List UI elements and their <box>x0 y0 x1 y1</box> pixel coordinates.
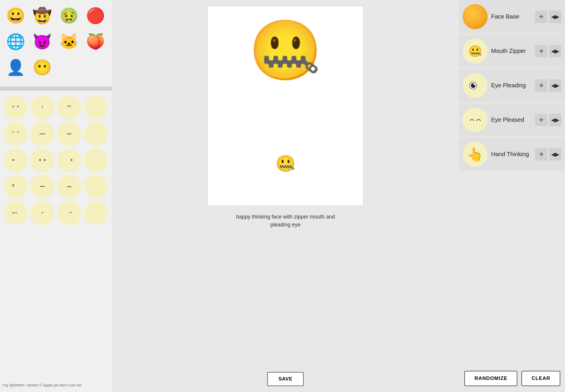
layer-item-mouth-zipper[interactable]: 🤐 Mouth Zipper ✛ ◀▶ <box>459 34 565 68</box>
face-grid <box>4 95 108 225</box>
emoji-grid-top: 😀 🤠 🤢 🔴 🌐 😈 🐱 🍑 👤 😶 <box>4 4 108 79</box>
layer-item-eye-pleading[interactable]: Eye Pleading ✛ ◀▶ <box>459 69 565 102</box>
face-cell-16[interactable] <box>84 175 108 199</box>
face-cell-15[interactable] <box>57 175 81 199</box>
face-cell-6[interactable] <box>30 122 54 146</box>
emoji-cell-cowboy[interactable]: 🤠 <box>30 4 54 28</box>
canvas-area: 🤐 🤐 <box>207 6 363 206</box>
face-cell-7[interactable] <box>57 122 81 146</box>
layer-label-hand-thinking: Hand Thinking <box>491 151 531 158</box>
footer-credit: t by @phlntn / assets © Apple pls don't … <box>2 383 82 387</box>
svg-point-7 <box>71 159 72 161</box>
face-cell-9[interactable] <box>4 148 28 172</box>
bottom-bar: SAVE <box>118 366 453 386</box>
layer-thumb-hand-thinking: 👆 <box>463 142 488 167</box>
layer-arrows-hand-thinking[interactable]: ◀▶ <box>549 148 561 161</box>
face-cell-5[interactable] <box>4 122 28 146</box>
description-line2: pleading eye <box>270 222 300 228</box>
emoji-cell-blob[interactable]: 😶 <box>30 55 54 79</box>
svg-point-9 <box>13 212 14 214</box>
layer-move-eye-pleading[interactable]: ✛ <box>535 79 547 92</box>
layer-move-hand-thinking[interactable]: ✛ <box>535 148 547 161</box>
svg-point-1 <box>17 106 19 107</box>
layer-move-mouth-zipper[interactable]: ✛ <box>535 45 547 57</box>
layer-controls-hand-thinking: ✛ ◀▶ <box>535 148 561 161</box>
left-panel: 😀 🤠 🤢 🔴 🌐 😈 🐱 🍑 👤 😶 <box>0 0 112 392</box>
face-cell-17[interactable] <box>4 201 28 225</box>
svg-rect-10 <box>41 212 43 213</box>
main-canvas: 🤐 🤐 happy thinking face with zipper mout… <box>112 0 459 392</box>
layer-item-hand-thinking[interactable]: 👆 Hand Thinking ✛ ◀▶ <box>459 138 565 171</box>
svg-point-5 <box>39 159 41 161</box>
layer-arrows-face-base[interactable]: ◀▶ <box>549 11 561 23</box>
layer-label-eye-pleading: Eye Pleading <box>491 82 531 89</box>
save-button[interactable]: SAVE <box>267 372 303 386</box>
svg-rect-2 <box>42 106 43 108</box>
right-panel: Face Base ✛ ◀▶ 🤐 Mouth Zipper ✛ ◀▶ Eye P… <box>459 0 565 392</box>
face-cell-4[interactable] <box>84 95 108 119</box>
face-cell-20[interactable] <box>84 201 108 225</box>
layer-thumb-face-base <box>463 4 488 29</box>
clear-button[interactable]: CLEAR <box>521 371 560 386</box>
randomize-button[interactable]: RANDOMIZE <box>464 371 517 386</box>
svg-point-4 <box>12 159 14 161</box>
description-line1: happy thinking face with zipper mouth an… <box>236 214 335 220</box>
face-cell-18[interactable] <box>30 201 54 225</box>
layer-arrows-mouth-zipper[interactable]: ◀▶ <box>549 45 561 57</box>
emoji-cell-devil[interactable]: 😈 <box>30 29 54 54</box>
layer-controls-eye-pleading: ✛ ◀▶ <box>535 79 561 92</box>
emoji-cell-sick[interactable]: 🤢 <box>57 4 81 28</box>
svg-point-0 <box>13 106 14 107</box>
svg-point-8 <box>13 185 14 187</box>
main-emoji-display: 🤐 <box>249 21 322 80</box>
layer-item-face-base[interactable]: Face Base ✛ ◀▶ <box>459 0 565 33</box>
layer-thumb-eye-pleased <box>463 107 488 132</box>
panel-divider <box>0 86 112 91</box>
svg-point-14 <box>473 84 475 85</box>
face-cell-2[interactable] <box>30 95 54 119</box>
emoji-description: happy thinking face with zipper mouth an… <box>236 213 335 229</box>
layer-controls-face-base: ✛ ◀▶ <box>535 11 561 23</box>
layer-label-face-base: Face Base <box>491 13 531 20</box>
face-cell-12[interactable] <box>84 148 108 172</box>
emoji-cell-globe[interactable]: 🌐 <box>4 29 28 54</box>
face-cell-11[interactable] <box>57 148 81 172</box>
emoji-cell-orange[interactable]: 🔴 <box>84 4 108 28</box>
face-cell-19[interactable] <box>57 201 81 225</box>
layer-thumb-eye-pleading <box>463 73 488 98</box>
emoji-section-top: 😀 🤠 🤢 🔴 🌐 😈 🐱 🍑 👤 😶 <box>0 0 112 85</box>
layer-controls-eye-pleased: ✛ ◀▶ <box>535 114 561 126</box>
face-cell-14[interactable] <box>30 175 54 199</box>
emoji-cell-face[interactable]: 😀 <box>4 4 28 28</box>
svg-point-13 <box>471 83 476 88</box>
layer-thumb-mouth-zipper: 🤐 <box>463 39 488 64</box>
bottom-right-actions: RANDOMIZE CLEAR <box>459 365 565 392</box>
layer-label-mouth-zipper: Mouth Zipper <box>491 48 531 54</box>
face-cell-10[interactable] <box>30 148 54 172</box>
layer-move-face-base[interactable]: ✛ <box>535 11 547 23</box>
layer-item-eye-pleased[interactable]: Eye Pleased ✛ ◀▶ <box>459 103 565 136</box>
face-cell-3[interactable] <box>57 95 81 119</box>
face-cell-1[interactable] <box>4 95 28 119</box>
emoji-cell-bust[interactable]: 👤 <box>4 55 28 79</box>
layer-arrows-eye-pleading[interactable]: ◀▶ <box>549 79 561 92</box>
layer-arrows-eye-pleased[interactable]: ◀▶ <box>549 114 561 126</box>
svg-point-6 <box>44 159 46 161</box>
layer-move-eye-pleased[interactable]: ✛ <box>535 114 547 126</box>
emoji-cell-cat[interactable]: 🐱 <box>57 29 81 54</box>
emoji-cell-peach[interactable]: 🍑 <box>84 29 108 54</box>
face-cell-13[interactable] <box>4 175 28 199</box>
svg-point-15 <box>465 110 485 130</box>
face-grid-section <box>0 92 112 392</box>
layer-label-eye-pleased: Eye Pleased <box>491 116 531 123</box>
mini-emoji-preview: 🤐 <box>275 154 296 173</box>
layer-controls-mouth-zipper: ✛ ◀▶ <box>535 45 561 57</box>
face-cell-8[interactable] <box>84 122 108 146</box>
svg-rect-3 <box>39 134 45 134</box>
